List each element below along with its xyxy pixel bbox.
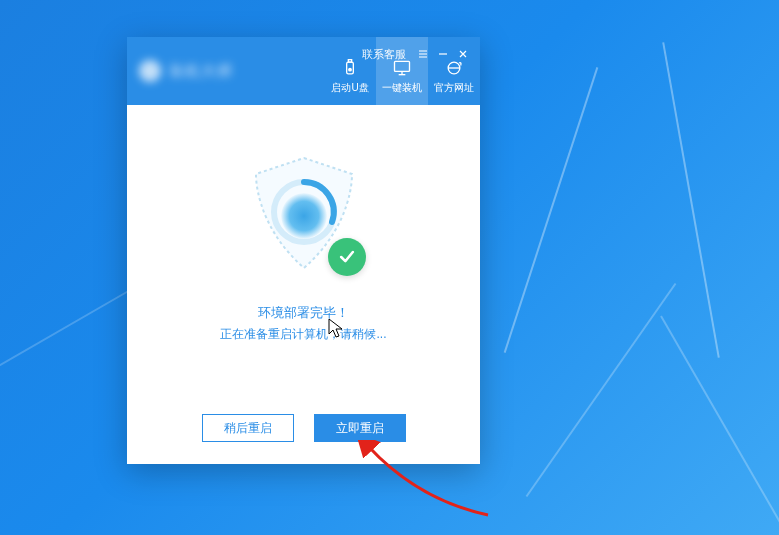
tab-label: 一键装机 bbox=[382, 81, 422, 95]
svg-point-2 bbox=[349, 68, 352, 71]
logo-text: 装机大师 bbox=[169, 62, 233, 81]
success-check-icon bbox=[328, 238, 366, 276]
shield-graphic bbox=[234, 146, 374, 286]
logo-icon bbox=[139, 60, 161, 82]
status-preparing-text: 正在准备重启计算机，请稍候... bbox=[220, 326, 386, 343]
status-message: 环境部署完毕！ 正在准备重启计算机，请稍候... bbox=[220, 304, 386, 343]
minimize-button[interactable] bbox=[434, 45, 452, 63]
tab-label: 官方网址 bbox=[434, 81, 474, 95]
main-content: 环境部署完毕！ 正在准备重启计算机，请稍候... 稍后重启 立即重启 bbox=[127, 105, 480, 464]
usb-icon bbox=[340, 58, 360, 78]
customer-service-link[interactable]: 联系客服 bbox=[362, 47, 406, 62]
shield-glow bbox=[281, 193, 327, 239]
tab-label: 启动U盘 bbox=[331, 81, 368, 95]
close-button[interactable] bbox=[454, 45, 472, 63]
app-logo: 装机大师 bbox=[127, 37, 273, 105]
window-controls: 联系客服 bbox=[362, 45, 472, 63]
action-buttons: 稍后重启 立即重启 bbox=[127, 414, 480, 442]
menu-button[interactable] bbox=[414, 45, 432, 63]
title-bar: 装机大师 启动U盘 一键装机 官方网址 bbox=[127, 37, 480, 105]
restart-later-button[interactable]: 稍后重启 bbox=[202, 414, 294, 442]
app-window: 装机大师 启动U盘 一键装机 官方网址 bbox=[127, 37, 480, 464]
status-done-text: 环境部署完毕！ bbox=[220, 304, 386, 322]
restart-now-button[interactable]: 立即重启 bbox=[314, 414, 406, 442]
svg-rect-1 bbox=[348, 59, 351, 62]
